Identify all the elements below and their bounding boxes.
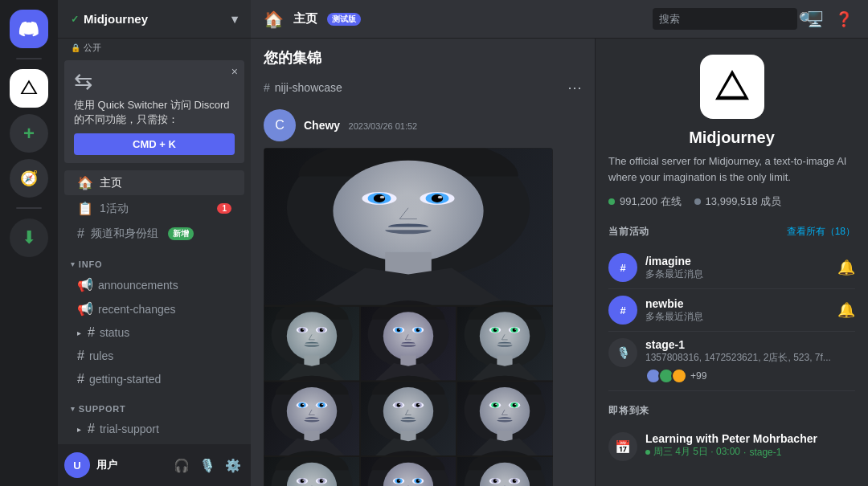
ch-arrow-trial: ▸ [77,425,81,434]
stage-av-3 [671,368,687,384]
activity-imagine-sub: 多条最近消息 [645,268,829,281]
channel-name-trial-support: trial-support [100,423,159,435]
user-actions: 🎧 🎙️ ⚙️ [170,454,244,476]
rail-download[interactable]: ⬇ [10,218,48,257]
section-info[interactable]: ▾ INFO [58,247,251,272]
help-button[interactable]: ❓ [833,8,855,31]
activity-icon: 📋 [77,201,93,216]
server-sidebar: ✓ Midjourney ▾ 🔒 公开 × ⇆ 使用 Quick Switche… [58,0,251,486]
channel-getting-started[interactable]: # getting-started [64,368,244,390]
search-bar[interactable]: 🔍 [653,8,797,30]
hash-icon-rules: # [77,349,84,363]
qs-description: 使用 Quick Switcher 访问 Discord 的不同功能，只需按： [74,98,235,127]
quick-switcher-popup: × ⇆ 使用 Quick Switcher 访问 Discord 的不同功能，只… [64,60,244,163]
nav-activity-label: 1活动 [100,202,129,216]
settings-button[interactable]: ⚙️ [222,454,244,476]
upcoming-section: 即将到来 [608,404,855,418]
qs-shortcut-button[interactable]: CMD + K [74,133,235,155]
headphone-button[interactable]: 🎧 [170,454,193,476]
nav-channels-label: 频道和身份组 [91,227,158,241]
hash-icon-getting: # [77,372,84,386]
activity-imagine-name: /imagine [645,255,829,268]
megaphone-icon-2: 📢 [77,301,93,317]
server-logo [700,55,764,119]
server-public-label: 公开 [84,42,101,54]
message-timestamp: 2023/03/26 01:52 [349,121,418,131]
search-input[interactable] [659,13,794,25]
lock-icon: 🔒 [71,43,80,52]
channel-name-display: # niji-showcase [264,81,342,94]
verified-icon: ✓ [71,14,79,25]
see-all-button[interactable]: 查看所有（18） [787,225,855,239]
stage-item: 🎙️ stage-1 1357808316, 1472523621, 2店长, … [608,332,855,391]
channel-name-status: status [100,326,129,339]
channels-new-badge: 新增 [168,227,194,240]
main-tab-badge: 测试版 [327,13,361,26]
stage-name: stage-1 [645,338,855,351]
channel-status[interactable]: ▸ # status [64,321,244,344]
mic-button[interactable]: 🎙️ [196,454,219,476]
nav-activity[interactable]: 📋 1活动 1 [64,196,244,221]
channel-bar: # niji-showcase ⋯ [251,74,595,96]
server-name: Midjourney [84,12,148,26]
channel-more-button[interactable]: ⋯ [567,79,582,96]
upcoming-meta: 周三 4月 5日 · 03:00 · stage-1 [645,445,855,459]
message-header: C Chewy 2023/03/26 01:52 [264,109,582,141]
current-activity-label: 当前活动 [608,225,649,239]
message-meta: Chewy 2023/03/26 01:52 [304,118,417,133]
right-panel: Midjourney The official server for Midjo… [595,39,868,486]
rail-discord-home[interactable] [10,10,48,48]
section-support-label: SUPPORT [79,404,126,414]
activity-imagine-join[interactable]: 🔔 [837,259,855,276]
stage-avatars-row: +99 [645,368,855,384]
channel-display-name: niji-showcase [275,81,342,94]
channel-trial-support[interactable]: ▸ # trial-support [64,418,244,440]
message-author: Chewy [304,119,340,132]
nav-home[interactable]: 🏠 主页 [64,170,244,195]
hash-icon-status: # [88,325,95,340]
qs-close-button[interactable]: × [231,65,238,78]
upcoming-date: 周三 4月 5日 · 03:00 [653,445,740,459]
online-count: 991,200 在线 [620,194,682,209]
main-tab-label: 主页 [293,11,317,27]
stage-plus-count: +99 [690,370,706,382]
online-dot [608,198,615,205]
monitor-button[interactable]: 🖥️ [804,8,826,31]
hash-icon: # [264,81,270,94]
rail-divider [16,58,42,59]
hash-icon-trial: # [88,422,95,436]
activity-newbie: # newbie 多条最近消息 🔔 [608,289,855,332]
rail-explore[interactable]: 🧭 [10,159,48,198]
channel-recent-changes[interactable]: 📢 recent-changes [64,297,244,321]
server-header[interactable]: ✓ Midjourney ▾ [58,0,251,39]
message-author-avatar: C [264,109,296,141]
activity-newbie-info: newbie 多条最近消息 [645,297,829,324]
channel-name-getting-started: getting-started [89,373,162,386]
channel-announcements[interactable]: 📢 announcements [64,273,244,296]
upcoming-label: 即将到来 [608,404,649,418]
upcoming-info: Learning with Peter Mohrbacher 周三 4月 5日 … [645,432,855,461]
stage-meta: 1357808316, 1472523621, 2店长, 523, 7f... [645,351,855,365]
nav-channels[interactable]: # 频道和身份组 新增 [64,222,244,246]
activity-newbie-icon: # [608,296,637,325]
stage-avatars [645,368,687,384]
main-content: 🏠 主页 测试版 🔍 🖥️ ❓ 您的集锦 # niji-showcase [251,0,868,486]
rail-midjourney[interactable] [10,69,48,108]
qs-arrows-icon: ⇆ [74,68,235,95]
stat-online: 991,200 在线 [608,194,682,209]
support-arrow-icon: ▾ [71,405,76,413]
activity-imagine-info: /imagine 多条最近消息 [645,255,829,281]
user-area: U 用户 🎧 🎙️ ⚙️ [58,444,251,486]
server-header-left: ✓ Midjourney [71,12,148,26]
stage-members-text: 1357808316, 1472523621, 2店长, 523, 7f... [645,351,831,365]
activity-newbie-join[interactable]: 🔔 [837,301,855,319]
rail-add-server[interactable]: + [10,114,48,153]
members-dot [694,198,701,205]
channel-name-rules: rules [89,349,113,362]
section-support[interactable]: ▾ SUPPORT [58,391,251,417]
main-header: 🏠 主页 测试版 🔍 🖥️ ❓ [251,0,868,39]
nav-home-label: 主页 [100,176,122,190]
channel-rules[interactable]: # rules [64,345,244,367]
stage-icon: 🎙️ [608,338,637,367]
stage-info: stage-1 1357808316, 1472523621, 2店长, 523… [645,338,855,384]
